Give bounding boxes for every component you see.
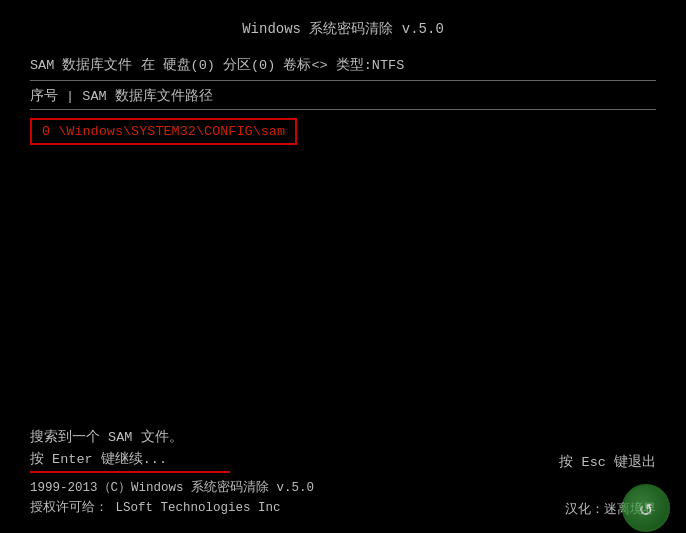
info-line-text: SAM 数据库文件 在 硬盘(0) 分区(0) 卷标<> 类型:NTFS bbox=[30, 58, 404, 73]
footer-left-line2: 授权许可给： LSoft Technologies Inc bbox=[30, 498, 656, 518]
separator-1 bbox=[30, 80, 656, 81]
title-text: Windows 系统密码清除 v.5.0 bbox=[242, 21, 444, 37]
esc-hint: 按 Esc 键退出 bbox=[559, 453, 656, 471]
footer-left-line1: 1999-2013（C）Windows 系统密码清除 v.5.0 bbox=[30, 478, 656, 498]
watermark-circle: ↺ bbox=[622, 484, 670, 532]
press-enter-text: 按 Enter 键继续... bbox=[30, 452, 167, 467]
footer-left: 1999-2013（C）Windows 系统密码清除 v.5.0 授权许可给： … bbox=[30, 478, 656, 518]
column-header: 序号 | SAM 数据库文件路径 bbox=[30, 87, 656, 105]
app-title: Windows 系统密码清除 v.5.0 bbox=[30, 20, 656, 38]
info-line: SAM 数据库文件 在 硬盘(0) 分区(0) 卷标<> 类型:NTFS bbox=[30, 56, 656, 74]
watermark-icon: ↺ bbox=[639, 495, 652, 522]
watermark: ↺ bbox=[606, 483, 686, 533]
esc-hint-text: 按 Esc 键退出 bbox=[559, 455, 656, 470]
sam-entry[interactable]: 0 \Windows\SYSTEM32\CONFIG\sam bbox=[30, 118, 297, 145]
search-found-message: 搜索到一个 SAM 文件。 bbox=[30, 428, 656, 446]
red-underline bbox=[30, 471, 230, 473]
search-found-text: 搜索到一个 SAM 文件。 bbox=[30, 430, 183, 445]
column-header-text: 序号 | SAM 数据库文件路径 bbox=[30, 89, 213, 104]
main-screen: Windows 系统密码清除 v.5.0 SAM 数据库文件 在 硬盘(0) 分… bbox=[0, 0, 686, 533]
sam-entry-text: 0 \Windows\SYSTEM32\CONFIG\sam bbox=[42, 124, 285, 139]
footer: 1999-2013（C）Windows 系统密码清除 v.5.0 授权许可给： … bbox=[30, 478, 656, 518]
separator-2 bbox=[30, 109, 656, 110]
